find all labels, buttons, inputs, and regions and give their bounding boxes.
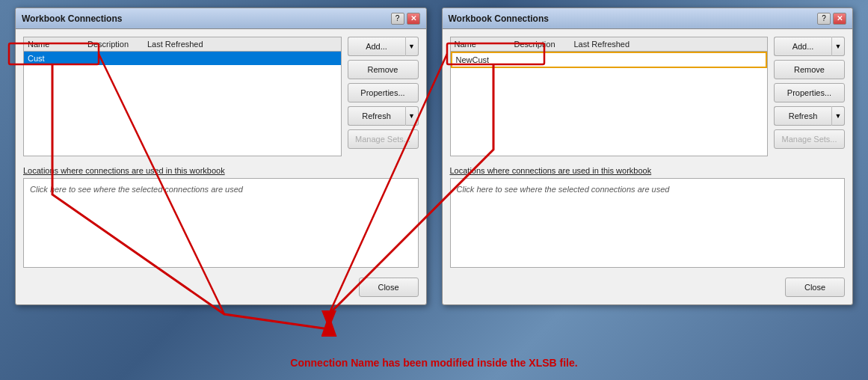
- close-dialog-button-1[interactable]: Close: [359, 278, 419, 297]
- table-row-newcust[interactable]: NewCust: [451, 52, 768, 68]
- row-name-cust: Cust: [28, 54, 87, 63]
- titlebar-1: Workbook Connections ? ✕: [16, 8, 426, 29]
- titlebar-buttons-2: ? ✕: [817, 13, 846, 25]
- locations-section-1: Locations where connections are used in …: [23, 166, 419, 268]
- help-button-1[interactable]: ?: [391, 13, 404, 25]
- add-btn-group-1: Add... ▼: [348, 37, 419, 56]
- refresh-button-2[interactable]: Refresh: [774, 106, 831, 126]
- close-titlebar-button-1[interactable]: ✕: [407, 13, 420, 25]
- dialog-title-1: Workbook Connections: [22, 13, 122, 24]
- table-row-cust[interactable]: Cust: [24, 52, 341, 65]
- buttons-panel-1: Add... ▼ Remove Properties... Refresh ▼ …: [348, 37, 419, 156]
- manage-sets-button-1[interactable]: Manage Sets...: [348, 129, 419, 149]
- locations-label-1: Locations where connections are used in …: [23, 166, 419, 175]
- dialog-2: Workbook Connections ? ✕ Name Descriptio…: [442, 7, 854, 305]
- row-name-newcust: NewCust: [456, 55, 516, 64]
- dialog-body-1: Name Description Last Refreshed Cust Add…: [16, 29, 426, 304]
- bottom-annotation-text: Connection Name has been modified inside…: [290, 357, 577, 369]
- locations-box-2[interactable]: Click here to see where the selected con…: [450, 178, 846, 268]
- table-header-2: Name Description Last Refreshed: [451, 37, 768, 52]
- locations-hint-1: Click here to see where the selected con…: [30, 185, 243, 194]
- main-content-2: Name Description Last Refreshed NewCust …: [450, 37, 846, 156]
- locations-hint-2: Click here to see where the selected con…: [457, 185, 670, 194]
- add-dropdown-arrow-1[interactable]: ▼: [405, 37, 419, 56]
- add-button-2[interactable]: Add...: [774, 37, 831, 56]
- refresh-btn-group-1: Refresh ▼: [348, 106, 419, 126]
- dialog-body-2: Name Description Last Refreshed NewCust …: [443, 29, 853, 304]
- refresh-button-1[interactable]: Refresh: [348, 106, 405, 126]
- dialog-title-2: Workbook Connections: [449, 13, 549, 24]
- col-refreshed-1: Last Refreshed: [147, 40, 218, 49]
- main-content-1: Name Description Last Refreshed Cust Add…: [23, 37, 419, 156]
- col-name-2: Name: [455, 40, 514, 49]
- table-header-1: Name Description Last Refreshed: [24, 37, 341, 52]
- connections-table-1: Name Description Last Refreshed Cust: [23, 37, 342, 156]
- refresh-btn-group-2: Refresh ▼: [774, 106, 845, 126]
- locations-label-2: Locations where connections are used in …: [450, 166, 846, 175]
- refresh-dropdown-arrow-2[interactable]: ▼: [831, 106, 845, 126]
- connections-table-2: Name Description Last Refreshed NewCust: [450, 37, 769, 156]
- col-desc-2: Description: [514, 40, 574, 49]
- properties-button-1[interactable]: Properties...: [348, 83, 419, 102]
- add-btn-group-2: Add... ▼: [774, 37, 845, 56]
- refresh-dropdown-arrow-1[interactable]: ▼: [405, 106, 419, 126]
- titlebar-2: Workbook Connections ? ✕: [443, 8, 853, 29]
- titlebar-buttons-1: ? ✕: [391, 13, 420, 25]
- col-desc-1: Description: [87, 40, 147, 49]
- properties-button-2[interactable]: Properties...: [774, 83, 845, 102]
- locations-section-2: Locations where connections are used in …: [450, 166, 846, 268]
- help-button-2[interactable]: ?: [817, 13, 831, 25]
- buttons-panel-2: Add... ▼ Remove Properties... Refresh ▼ …: [774, 37, 845, 156]
- svg-marker-4: [321, 310, 336, 329]
- add-button-1[interactable]: Add...: [348, 37, 405, 56]
- close-row-2: Close: [450, 278, 846, 297]
- close-dialog-button-2[interactable]: Close: [785, 278, 845, 297]
- remove-button-2[interactable]: Remove: [774, 60, 845, 79]
- col-refreshed-2: Last Refreshed: [574, 40, 645, 49]
- locations-box-1[interactable]: Click here to see where the selected con…: [23, 178, 419, 268]
- close-titlebar-button-2[interactable]: ✕: [833, 13, 846, 25]
- add-dropdown-arrow-2[interactable]: ▼: [831, 37, 845, 56]
- col-name-1: Name: [28, 40, 87, 49]
- close-row-1: Close: [23, 278, 419, 297]
- manage-sets-button-2[interactable]: Manage Sets...: [774, 129, 845, 149]
- dialog-1: Workbook Connections ? ✕ Name Descriptio…: [15, 7, 427, 305]
- remove-button-1[interactable]: Remove: [348, 60, 419, 79]
